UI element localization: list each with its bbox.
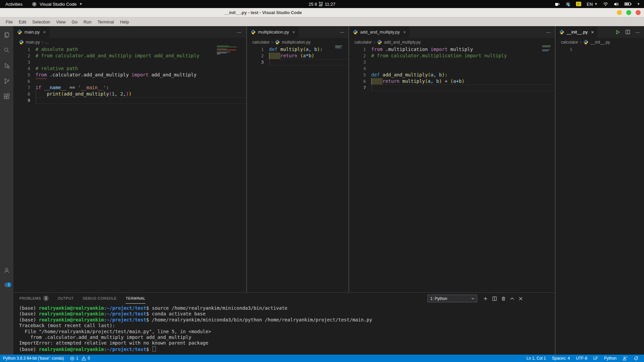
account-icon[interactable] — [0, 263, 13, 278]
indentation-status[interactable]: Spaces: 4 — [549, 355, 573, 362]
more-actions-icon[interactable]: ⋯ — [635, 29, 640, 35]
tab-close-icon[interactable]: × — [43, 29, 46, 35]
close-button[interactable] — [636, 10, 641, 15]
indent-guide — [36, 91, 36, 97]
tab-multiplication-py[interactable]: multiplication.py × — [247, 26, 299, 38]
more-actions-icon[interactable]: ⋯ — [546, 29, 551, 35]
panel-tab-label: DEBUG CONSOLE — [83, 296, 117, 300]
more-actions-icon[interactable]: ⋯ — [340, 29, 344, 35]
minimap[interactable] — [217, 46, 239, 54]
code-line: 8 print(add_and_multiply(1, 2,)) — [13, 91, 246, 97]
menu-edit[interactable]: Edit — [16, 19, 29, 24]
code-editor[interactable]: 1# absolute path2# from calculator.add_a… — [13, 46, 246, 104]
tab-main-py[interactable]: main.py × — [13, 26, 50, 38]
breadcrumb-item[interactable]: multiplication.py — [282, 40, 310, 45]
tab-label: __init__.py — [567, 29, 588, 35]
code-line: 2 return (a*b) — [247, 53, 349, 59]
code-line: 7 — [349, 84, 556, 91]
tab-close-icon[interactable]: × — [591, 29, 594, 35]
wifi-icon[interactable] — [603, 2, 608, 6]
clock-time: 11:27 — [325, 2, 335, 7]
breadcrumb-item[interactable]: add_and_multiply.py — [384, 40, 421, 45]
more-actions-icon[interactable]: ⋯ — [237, 29, 242, 35]
menu-help[interactable]: Help — [117, 19, 132, 24]
breadcrumb-item[interactable]: calculator — [252, 40, 269, 45]
python-interpreter-status[interactable]: Python 3.8.3 64-bit ('base': conda) — [0, 355, 67, 362]
menu-terminal[interactable]: Terminal — [94, 19, 117, 24]
clock[interactable]: 25 8 11:27 — [0, 2, 644, 7]
minimap[interactable] — [335, 46, 344, 48]
close-panel-icon[interactable] — [519, 297, 523, 301]
bell-icon — [634, 356, 638, 361]
clock-month-glyph — [319, 2, 323, 6]
tab-bar: multiplication.py × ⋯ — [247, 26, 349, 38]
kill-terminal-icon[interactable] — [501, 296, 506, 301]
panel-tab-problems[interactable]: PROBLEMS 1 — [19, 293, 49, 304]
breadcrumb-item[interactable]: main.py — [26, 40, 40, 45]
problems-status[interactable]: 1 0 — [67, 355, 93, 362]
eol-label: LF — [593, 356, 598, 361]
breadcrumb-item[interactable]: calculator — [355, 40, 372, 45]
menu-view[interactable]: View — [53, 19, 69, 24]
menu-file[interactable]: File — [3, 19, 16, 24]
terminal-selector-dropdown[interactable]: 1: Python — [428, 295, 477, 302]
notifications-button[interactable] — [631, 355, 641, 362]
extensions-icon[interactable] — [0, 89, 13, 104]
status-bar: Python 3.8.3 64-bit ('base': conda) 1 0 … — [0, 355, 644, 362]
minimize-button[interactable] — [617, 10, 622, 15]
run-file-icon[interactable] — [615, 29, 620, 35]
maximize-button[interactable] — [626, 10, 631, 15]
panel-tab-terminal[interactable]: TERMINAL — [126, 293, 145, 304]
language-label: Python — [604, 356, 617, 361]
search-icon[interactable] — [0, 43, 13, 58]
run-debug-icon[interactable] — [0, 58, 13, 73]
caffeine-cup-icon[interactable] — [555, 2, 560, 7]
code-editor[interactable]: 1def multiply(a, b):2 return (a*b)3 — [247, 46, 349, 65]
cursor-position-status[interactable]: Ln 1, Col 1 — [523, 355, 549, 362]
menu-selection[interactable]: Selection — [29, 19, 53, 24]
explorer-icon[interactable] — [0, 27, 13, 42]
keyboard-layout-indicator[interactable]: EN ▼ — [587, 2, 597, 7]
window-title-bar[interactable]: __init__.py - test - Visual Studio Code — [0, 8, 644, 17]
settings-badge: 1 — [6, 282, 11, 287]
code-editor[interactable]: 1 — [556, 46, 644, 53]
eol-status[interactable]: LF — [590, 355, 601, 362]
breadcrumb-item[interactable]: calculator — [561, 40, 578, 45]
encoding-label: UTF-8 — [576, 356, 587, 361]
breadcrumb-item[interactable]: ... — [45, 40, 49, 45]
volume-icon[interactable] — [614, 2, 619, 6]
tab-close-icon[interactable]: × — [293, 29, 295, 35]
python-icon — [377, 40, 382, 45]
split-terminal-icon[interactable] — [492, 296, 497, 301]
terminal-output[interactable]: (base) realryankim@realryankim:~/project… — [13, 305, 555, 352]
new-terminal-icon[interactable] — [483, 296, 488, 301]
encoding-status[interactable]: UTF-8 — [573, 355, 590, 362]
line-number: 8 — [13, 91, 30, 97]
language-mode-status[interactable]: Python — [601, 355, 620, 362]
system-menu-caret[interactable]: ▼ — [637, 2, 640, 6]
menu-run[interactable]: Run — [80, 19, 94, 24]
notes-tray-icon[interactable] — [576, 2, 581, 6]
battery-icon[interactable] — [624, 2, 632, 6]
panel-tab-output[interactable]: OUTPUT — [58, 293, 74, 304]
terminal-line: (base) realryankim@realryankim:~/project… — [19, 305, 555, 311]
source-control-icon[interactable] — [0, 74, 13, 88]
minimap[interactable] — [542, 46, 552, 51]
line-number: 7 — [13, 84, 30, 91]
terminal-selector-value: 1: Python — [430, 296, 447, 301]
terminal-line: (base) realryankim@realryankim:~/project… — [19, 346, 555, 352]
menu-go[interactable]: Go — [69, 19, 80, 24]
code-line: 1 — [556, 46, 644, 53]
maximize-panel-icon[interactable] — [510, 297, 514, 300]
code-editor[interactable]: 1from .multiplication import multiply2# … — [349, 46, 556, 91]
tab-init-py[interactable]: __init__.py × — [556, 26, 597, 38]
python-version-label: Python 3.8.3 64-bit ('base': conda) — [3, 356, 64, 361]
panel-tab-debug-console[interactable]: DEBUG CONSOLE — [83, 293, 117, 304]
tab-close-icon[interactable]: × — [403, 29, 406, 35]
line-number: 5 — [349, 72, 366, 78]
breadcrumb-item[interactable]: __init__.py — [590, 40, 610, 45]
tray-app-icon[interactable] — [565, 1, 571, 7]
tab-add-and-multiply-py[interactable]: add_and_multiply.py × — [349, 26, 409, 38]
split-editor-icon[interactable] — [625, 29, 630, 35]
feedback-button[interactable] — [620, 355, 631, 362]
